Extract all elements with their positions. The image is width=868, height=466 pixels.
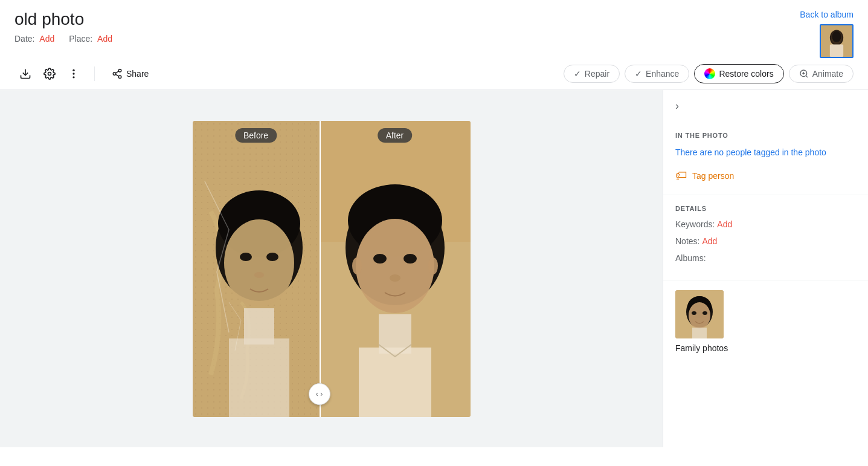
enhance-button[interactable]: ✓ Enhance (625, 65, 689, 83)
svg-line-13 (115, 74, 118, 76)
photo-container: Before (193, 121, 471, 417)
toolbar: Share ✓ Repair ✓ Enhance Restore colors … (0, 58, 868, 90)
svg-point-3 (832, 31, 841, 42)
svg-point-10 (118, 70, 121, 73)
album-name: Family photos (675, 343, 856, 353)
notes-row: Notes: Add (675, 236, 856, 246)
svg-point-9 (72, 76, 74, 78)
svg-point-25 (266, 253, 278, 261)
album-thumb-image (821, 25, 852, 57)
place-meta: Place: Add (69, 34, 112, 44)
details-section: DETAILS Keywords: Add Notes: Add Albums: (663, 195, 868, 280)
download-button[interactable] (14, 63, 36, 85)
in-the-photo-title: IN THE PHOTO (675, 132, 856, 139)
svg-point-26 (254, 272, 264, 278)
svg-point-23 (224, 219, 294, 306)
after-photo-svg (320, 121, 471, 417)
in-the-photo-section: IN THE PHOTO There are no people tagged … (663, 122, 868, 195)
main-content: Before (0, 90, 868, 447)
svg-point-11 (113, 73, 116, 76)
color-wheel-icon (704, 68, 715, 79)
settings-button[interactable] (39, 63, 60, 85)
header-right: Back to album (800, 10, 854, 58)
gear-icon (43, 68, 56, 80)
restore-colors-label: Restore colors (719, 69, 773, 79)
svg-point-37 (373, 254, 387, 264)
svg-line-14 (115, 71, 118, 73)
toolbar-icons (14, 63, 85, 85)
enhance-label: Enhance (646, 69, 679, 79)
repair-label: Repair (585, 69, 609, 79)
keywords-label: Keywords: (675, 219, 715, 229)
before-label: Before (235, 128, 277, 143)
edit-tools: ✓ Repair ✓ Enhance Restore colors Animat… (564, 64, 854, 83)
svg-point-50 (702, 311, 707, 315)
tag-person-button[interactable]: 🏷 Tag person (675, 166, 734, 185)
svg-line-16 (806, 76, 808, 77)
before-photo-svg (193, 121, 320, 417)
more-vert-icon (68, 68, 80, 80)
notes-add-link[interactable]: Add (702, 236, 717, 246)
albums-section: Family photos (663, 280, 868, 363)
svg-point-38 (403, 254, 417, 264)
albums-label: Albums: (675, 253, 706, 263)
svg-point-49 (692, 311, 696, 315)
photo-area: Before (0, 90, 663, 447)
repair-check-icon: ✓ (574, 69, 581, 79)
svg-rect-51 (692, 328, 707, 338)
svg-point-41 (428, 257, 438, 274)
date-meta: Date: Add (14, 34, 54, 44)
toolbar-divider (94, 66, 95, 81)
tag-icon: 🏷 (675, 169, 687, 183)
photo-before: Before (193, 121, 320, 417)
svg-point-36 (356, 219, 434, 313)
keywords-row: Keywords: Add (675, 219, 856, 229)
sidebar: › IN THE PHOTO There are no people tagge… (663, 90, 868, 447)
drag-handle-icon: ‹ › (316, 390, 323, 398)
restore-colors-button[interactable]: Restore colors (694, 64, 783, 83)
svg-point-6 (48, 73, 51, 76)
no-people-text: There are no people tagged in the photo (675, 146, 856, 159)
svg-point-48 (689, 302, 710, 329)
photo-after: After (320, 121, 471, 417)
back-to-album-link[interactable]: Back to album (800, 10, 854, 19)
repair-button[interactable]: ✓ Repair (564, 65, 620, 83)
header-left: old photo Date: Add Place: Add (14, 10, 112, 44)
chevron-right-icon: › (675, 100, 679, 112)
svg-rect-4 (830, 45, 843, 57)
share-label: Share (126, 69, 149, 79)
share-icon (112, 68, 123, 79)
svg-point-8 (72, 73, 74, 74)
album-thumb-svg (675, 290, 724, 338)
sidebar-toggle-button[interactable]: › (663, 90, 868, 122)
enhance-check-icon: ✓ (635, 69, 642, 79)
svg-rect-43 (359, 348, 431, 417)
before-after-divider (320, 121, 321, 417)
svg-point-39 (390, 274, 400, 282)
svg-point-12 (118, 76, 121, 79)
svg-rect-28 (229, 338, 289, 417)
tag-person-label: Tag person (692, 171, 734, 181)
more-options-button[interactable] (63, 63, 85, 85)
notes-label: Notes: (675, 236, 699, 246)
date-add-link[interactable]: Add (39, 34, 54, 44)
photo-title: old photo (14, 10, 112, 29)
download-icon (19, 68, 31, 80)
svg-point-24 (240, 253, 252, 261)
svg-point-40 (352, 257, 362, 274)
album-thumb-svg (821, 24, 852, 58)
album-thumbnail[interactable] (675, 290, 724, 338)
keywords-add-link[interactable]: Add (717, 219, 732, 229)
after-label: After (378, 128, 413, 143)
share-button[interactable]: Share (104, 65, 156, 83)
drag-handle[interactable]: ‹ › (309, 383, 330, 405)
album-thumbnail-header[interactable] (820, 24, 854, 58)
photo-meta: Date: Add Place: Add (14, 34, 112, 44)
albums-row: Albums: (675, 253, 856, 263)
place-add-link[interactable]: Add (97, 34, 112, 44)
page-header: old photo Date: Add Place: Add Back to a… (0, 0, 868, 58)
svg-point-7 (72, 70, 74, 71)
animate-button[interactable]: Animate (789, 65, 854, 83)
animate-icon (799, 69, 809, 79)
details-title: DETAILS (675, 205, 856, 212)
